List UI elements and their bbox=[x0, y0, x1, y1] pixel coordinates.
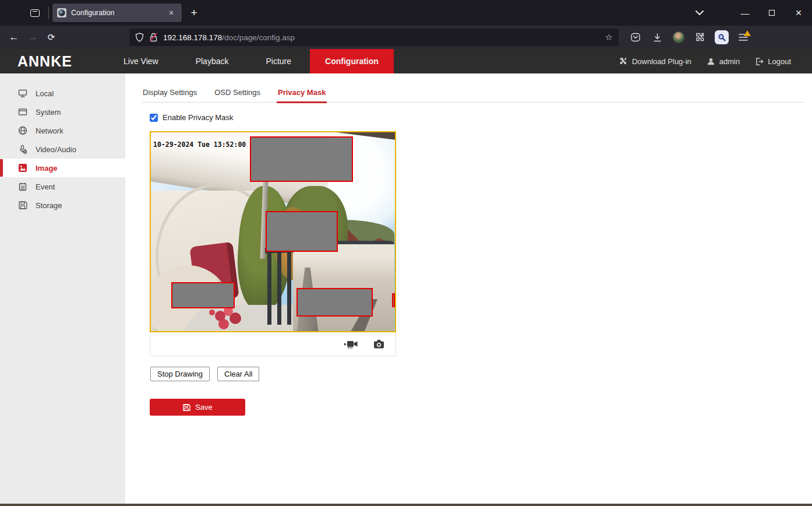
pocket-button[interactable] bbox=[627, 29, 644, 46]
image-icon bbox=[18, 163, 27, 173]
firefox-view-icon bbox=[30, 9, 40, 17]
app-header: ANNKE Live View Playback Picture Configu… bbox=[0, 49, 812, 73]
privacy-mask-canvas[interactable]: 10-29-2024 Tue 13:52:00 bbox=[150, 131, 396, 332]
shield-icon[interactable] bbox=[135, 33, 144, 42]
content-tabs: Display Settings OSD Settings Privacy Ma… bbox=[142, 85, 804, 103]
username-label: admin bbox=[719, 57, 740, 66]
microphone-icon bbox=[18, 145, 27, 154]
browser-toolbar: ← → ⟳ 192.168.178.178/doc/page/config.as… bbox=[0, 26, 812, 49]
storage-icon bbox=[18, 201, 27, 210]
monitor-icon bbox=[18, 89, 27, 98]
back-button[interactable]: ← bbox=[5, 29, 23, 46]
save-button[interactable]: Save bbox=[150, 399, 245, 416]
privacy-mask-region[interactable] bbox=[266, 211, 338, 252]
logout-icon bbox=[755, 57, 764, 66]
extensions-button[interactable] bbox=[691, 29, 709, 46]
bookmark-star-icon[interactable]: ☆ bbox=[605, 32, 613, 43]
tab-display-settings[interactable]: Display Settings bbox=[142, 85, 198, 102]
insecure-lock-icon[interactable] bbox=[149, 33, 158, 42]
window-bottom-edge bbox=[0, 504, 812, 506]
osd-timestamp: 10-29-2024 Tue 13:52:00 bbox=[153, 140, 246, 149]
account-button[interactable] bbox=[670, 29, 687, 46]
sidebar-item-label: Event bbox=[36, 182, 55, 191]
browser-tab[interactable]: Configuration × bbox=[52, 3, 182, 22]
close-icon: × bbox=[796, 8, 802, 18]
site-favicon-icon bbox=[57, 8, 66, 17]
privacy-mask-region[interactable] bbox=[250, 136, 353, 182]
settings-sidebar: Local System Network Video/Audio Image E… bbox=[0, 73, 125, 504]
sidebar-item-video-audio[interactable]: Video/Audio bbox=[0, 140, 125, 159]
reload-button[interactable]: ⟳ bbox=[42, 29, 61, 46]
profile-avatar bbox=[673, 31, 684, 43]
tab-osd-settings[interactable]: OSD Settings bbox=[213, 85, 262, 102]
url-path: /doc/page/config.asp bbox=[222, 33, 295, 42]
sidebar-item-label: Network bbox=[36, 126, 63, 135]
record-video-icon[interactable] bbox=[344, 339, 358, 349]
privacy-mask-region[interactable] bbox=[171, 282, 235, 308]
url-host: 192.168.178.178 bbox=[163, 33, 222, 42]
nav-live-view[interactable]: Live View bbox=[105, 49, 177, 73]
drawing-buttons: Stop Drawing Clear All bbox=[150, 367, 259, 381]
sidebar-item-image[interactable]: Image bbox=[0, 159, 125, 177]
user-icon bbox=[707, 57, 715, 66]
event-icon bbox=[18, 182, 27, 191]
video-toolbar bbox=[150, 332, 396, 356]
browser-window: Configuration × + — × ← → ⟳ 192.168.178.… bbox=[0, 0, 812, 506]
annke-logo: ANNKE bbox=[17, 53, 105, 70]
maximize-button[interactable] bbox=[758, 0, 785, 26]
tab-title: Configuration bbox=[71, 9, 161, 17]
clear-all-button[interactable]: Clear All bbox=[217, 367, 259, 381]
new-tab-button[interactable]: + bbox=[185, 4, 203, 22]
url-text: 192.168.178.178/doc/page/config.asp bbox=[163, 33, 600, 42]
sidebar-item-storage[interactable]: Storage bbox=[0, 196, 125, 215]
maximize-icon bbox=[769, 10, 775, 16]
privacy-mask-layer bbox=[151, 132, 395, 331]
header-actions: Download Plug-in admin Logout bbox=[619, 57, 791, 66]
save-label: Save bbox=[195, 403, 213, 412]
logout-button[interactable]: Logout bbox=[755, 57, 791, 66]
sidebar-item-label: System bbox=[36, 108, 61, 117]
minimize-button[interactable]: — bbox=[732, 0, 758, 26]
main-content: Display Settings OSD Settings Privacy Ma… bbox=[125, 73, 812, 504]
sidebar-item-network[interactable]: Network bbox=[0, 121, 125, 140]
toolbar-icons bbox=[627, 29, 752, 46]
firefox-view-button[interactable] bbox=[26, 4, 44, 22]
save-floppy-icon bbox=[182, 403, 190, 412]
forward-button[interactable]: → bbox=[23, 29, 42, 46]
enable-privacy-mask-checkbox[interactable] bbox=[150, 114, 158, 122]
tab-privacy-mask[interactable]: Privacy Mask bbox=[277, 85, 327, 102]
tab-separator bbox=[48, 6, 49, 19]
tab-close-icon[interactable]: × bbox=[165, 7, 177, 19]
nav-configuration[interactable]: Configuration bbox=[310, 49, 394, 73]
update-badge-icon bbox=[744, 30, 751, 36]
privacy-mask-region[interactable] bbox=[296, 288, 373, 317]
download-plugin-link[interactable]: Download Plug-in bbox=[619, 57, 691, 66]
user-menu[interactable]: admin bbox=[707, 57, 740, 66]
search-extension-button[interactable] bbox=[713, 29, 730, 46]
url-bar[interactable]: 192.168.178.178/doc/page/config.asp ☆ bbox=[129, 29, 619, 46]
window-controls: — × bbox=[732, 0, 812, 26]
window-icon bbox=[18, 107, 27, 117]
sidebar-item-local[interactable]: Local bbox=[0, 84, 125, 103]
close-window-button[interactable]: × bbox=[785, 0, 812, 26]
enable-privacy-mask-label: Enable Privacy Mask bbox=[163, 113, 233, 122]
downloads-button[interactable] bbox=[648, 29, 666, 46]
nav-picture[interactable]: Picture bbox=[247, 49, 310, 73]
menu-button[interactable] bbox=[735, 29, 752, 46]
sidebar-item-label: Storage bbox=[36, 201, 62, 210]
plugin-puzzle-icon bbox=[619, 57, 628, 66]
sidebar-item-system[interactable]: System bbox=[0, 103, 125, 121]
enable-privacy-mask-row: Enable Privacy Mask bbox=[150, 113, 233, 122]
list-tabs-chevron-icon[interactable] bbox=[691, 4, 708, 22]
sidebar-item-label: Image bbox=[36, 164, 58, 173]
video-panel: 10-29-2024 Tue 13:52:00 bbox=[150, 131, 396, 356]
sidebar-item-label: Video/Audio bbox=[36, 145, 76, 154]
app-nav: Live View Playback Picture Configuration bbox=[105, 49, 394, 73]
privacy-mask-region[interactable] bbox=[392, 293, 395, 307]
snapshot-camera-icon[interactable] bbox=[373, 339, 384, 349]
search-extension-icon bbox=[715, 30, 729, 44]
stop-drawing-button[interactable]: Stop Drawing bbox=[150, 367, 210, 381]
sidebar-item-event[interactable]: Event bbox=[0, 177, 125, 196]
logout-label: Logout bbox=[768, 57, 791, 66]
nav-playback[interactable]: Playback bbox=[177, 49, 248, 73]
